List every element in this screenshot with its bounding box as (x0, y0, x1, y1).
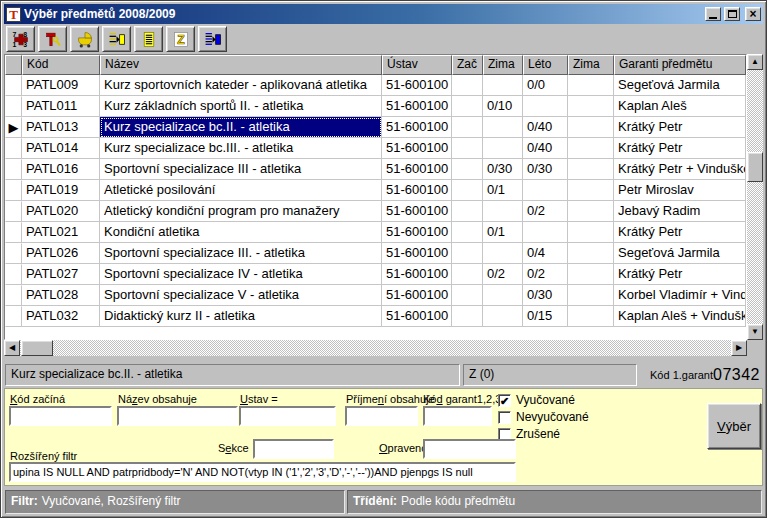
column-header-kod[interactable]: Kód (22, 55, 100, 75)
cell-ustav[interactable]: 51-600100 (382, 243, 452, 264)
cell-zima1[interactable]: 0/30 (483, 159, 523, 180)
cell-garanti[interactable]: Krátký Petr (614, 138, 746, 159)
cell-zima1[interactable]: 0/2 (483, 264, 523, 285)
cell-zac[interactable] (452, 117, 483, 138)
table-row[interactable]: PATL027Sportovní specializace IV - atlet… (5, 264, 746, 285)
scroll-up-button[interactable]: ▲ (747, 54, 763, 70)
kod-garant-input[interactable] (423, 406, 492, 426)
cell-ustav[interactable]: 51-600100 (382, 201, 452, 222)
prijmeni-obsahuje-input[interactable] (345, 406, 418, 426)
table-row[interactable]: PATL028Sportovní specializace V - atleti… (5, 285, 746, 306)
table-row[interactable]: PATL019Atletické posilování51-6001000/1P… (5, 180, 746, 201)
cell-kod[interactable]: PATL019 (22, 180, 100, 201)
vertical-scrollbar[interactable]: ▲ ▼ (747, 54, 763, 340)
scroll-right-button[interactable]: ▶ (731, 340, 747, 356)
cell-kod[interactable]: PATL026 (22, 243, 100, 264)
cell-zima1[interactable] (483, 306, 523, 327)
vyber-button[interactable]: Výběr (707, 403, 761, 449)
cell-leto[interactable]: 0/2 (523, 264, 568, 285)
cell-zima1[interactable] (483, 138, 523, 159)
cell-garanti[interactable]: Segeťová Jarmila (614, 243, 746, 264)
cell-zima1[interactable] (483, 243, 523, 264)
cell-ustav[interactable]: 51-600100 (382, 138, 452, 159)
cell-zac[interactable] (452, 138, 483, 159)
cell-nazev[interactable]: Didaktický kurz II - atletika (100, 306, 382, 327)
cell-garanti[interactable]: Kaplan Aleš + Vindušková Jit (614, 306, 746, 327)
cell-leto[interactable]: 0/0 (523, 75, 568, 96)
toolbar-button-tools[interactable] (38, 26, 67, 52)
cell-leto[interactable]: 0/2 (523, 201, 568, 222)
cell-nazev[interactable]: Sportovní specializace III. - atletika (100, 243, 382, 264)
cell-zima1[interactable] (483, 117, 523, 138)
nevyucovane-checkbox-icon[interactable] (498, 411, 511, 424)
column-header-ustav[interactable]: Ústav (382, 55, 452, 75)
cell-garanti[interactable]: Krátký Petr (614, 117, 746, 138)
scroll-left-button[interactable]: ◀ (4, 340, 20, 356)
row-gutter[interactable] (5, 243, 22, 264)
cell-zima1[interactable] (483, 285, 523, 306)
cell-garanti[interactable]: Krátký Petr (614, 222, 746, 243)
cell-kod[interactable]: PATL014 (22, 138, 100, 159)
opraveno-od-input[interactable] (423, 439, 516, 459)
cell-garanti[interactable]: Krátký Petr (614, 264, 746, 285)
cell-zima2[interactable] (568, 75, 614, 96)
cell-zima1[interactable] (483, 75, 523, 96)
cell-zima2[interactable] (568, 306, 614, 327)
toolbar-button-calculator[interactable]: 7 8 1 3 (6, 26, 35, 52)
table-row[interactable]: PATL009Kurz sportovních kateder - apliko… (5, 75, 746, 96)
column-header-nazev[interactable]: Název (100, 55, 382, 75)
cell-ustav[interactable]: 51-600100 (382, 264, 452, 285)
cell-leto[interactable]: 0/30 (523, 159, 568, 180)
cell-zac[interactable] (452, 222, 483, 243)
toolbar-button-document[interactable] (134, 26, 163, 52)
nazev-obsahuje-input[interactable] (117, 406, 238, 426)
row-gutter[interactable] (5, 264, 22, 285)
row-gutter[interactable] (5, 75, 22, 96)
cell-kod[interactable]: PATL016 (22, 159, 100, 180)
cell-nazev[interactable]: Sportovní specializace IV - atletika (100, 264, 382, 285)
cell-zac[interactable] (452, 243, 483, 264)
column-header-zima1[interactable]: Zima (483, 55, 523, 75)
table-row[interactable]: PATL011Kurz základních sportů II. - atle… (5, 96, 746, 117)
checkbox-nevyucovane[interactable]: Nevyučované (498, 410, 589, 424)
cell-nazev[interactable]: Kondiční atletika (100, 222, 382, 243)
cell-zac[interactable] (452, 180, 483, 201)
cell-zima1[interactable] (483, 201, 523, 222)
row-gutter[interactable] (5, 306, 22, 327)
row-gutter[interactable] (5, 285, 22, 306)
cell-zima1[interactable]: 0/10 (483, 96, 523, 117)
sekce-input[interactable] (253, 439, 334, 459)
cell-garanti[interactable]: Jebavý Radim (614, 201, 746, 222)
cell-garanti[interactable]: Krátký Petr + Vindušková Jit (614, 159, 746, 180)
row-gutter[interactable] (5, 96, 22, 117)
current-row-indicator-icon[interactable]: ▶ (5, 117, 22, 138)
cell-nazev[interactable]: Kurz sportovních kateder - aplikovaná at… (100, 75, 382, 96)
cell-nazev[interactable]: Kurz specializace bc.III. - atletika (100, 138, 382, 159)
toolbar-button-z[interactable]: Z (166, 26, 195, 52)
checkbox-vyucovane[interactable]: ✔ Vyučované (498, 393, 575, 407)
column-header-zima2[interactable]: Zima (568, 55, 614, 75)
cell-garanti[interactable]: Korbel Vladimír + Vindušková (614, 285, 746, 306)
cell-kod[interactable]: PATL028 (22, 285, 100, 306)
table-row[interactable]: PATL021Kondiční atletika51-6001000/1Krát… (5, 222, 746, 243)
row-gutter[interactable] (5, 201, 22, 222)
cell-leto[interactable] (523, 180, 568, 201)
cell-ustav[interactable]: 51-600100 (382, 306, 452, 327)
horizontal-scrollbar[interactable]: ◀ ▶ (4, 340, 747, 356)
cell-leto[interactable] (523, 222, 568, 243)
table-row[interactable]: PATL014Kurz specializace bc.III. - atlet… (5, 138, 746, 159)
cell-nazev[interactable]: Atletický kondiční program pro manažery (100, 201, 382, 222)
toolbar-button-filter-yellow[interactable] (102, 26, 131, 52)
column-header-garanti[interactable]: Garanti předmětu (614, 55, 746, 75)
row-gutter[interactable] (5, 180, 22, 201)
cell-zac[interactable] (452, 159, 483, 180)
cell-zima1[interactable]: 0/1 (483, 180, 523, 201)
cell-kod[interactable]: PATL032 (22, 306, 100, 327)
cell-kod[interactable]: PATL020 (22, 201, 100, 222)
cell-nazev[interactable]: Sportovní specializace III - atletika (100, 159, 382, 180)
vyucovane-checkbox-icon[interactable]: ✔ (498, 394, 511, 407)
rozsireny-filtr-input[interactable] (9, 462, 516, 482)
cell-zima2[interactable] (568, 222, 614, 243)
table-row[interactable]: PATL026Sportovní specializace III. - atl… (5, 243, 746, 264)
cell-zima2[interactable] (568, 96, 614, 117)
